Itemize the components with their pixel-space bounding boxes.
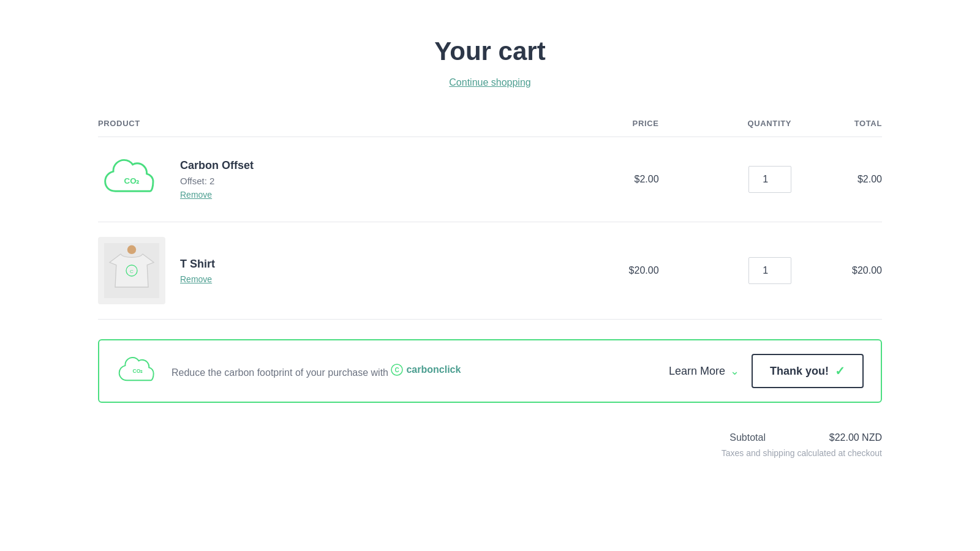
subtotal-section: Subtotal $22.00 NZD Taxes and shipping c… [98, 432, 882, 458]
learn-more-button[interactable]: Learn More ⌄ [669, 364, 739, 378]
col-header-price: PRICE [568, 119, 659, 137]
tshirt-total: $20.00 [791, 222, 882, 320]
cart-table: PRODUCT PRICE QUANTITY TOTAL CO₂ [98, 119, 882, 320]
col-header-quantity: QUANTITY [659, 119, 792, 137]
subtotal-label: Subtotal [729, 432, 766, 443]
checkmark-icon: ✓ [835, 364, 845, 378]
subtotal-value: $22.00 NZD [802, 432, 882, 443]
page-title: Your cart [98, 37, 882, 66]
tshirt-price: $20.00 [568, 222, 659, 320]
svg-point-4 [127, 246, 136, 254]
tshirt-remove[interactable]: Remove [180, 274, 212, 284]
banner-description: Reduce the carbon footprint of your purc… [172, 362, 657, 380]
svg-text:C: C [395, 367, 399, 373]
carbon-offset-quantity-cell [659, 137, 792, 222]
cart-row-carbon-offset: CO₂ Carbon Offset Offset: 2 Remove $2.00 [98, 137, 882, 222]
carbon-offset-price: $2.00 [568, 137, 659, 222]
learn-more-label: Learn More [669, 365, 725, 378]
continue-shopping-link[interactable]: Continue shopping [98, 77, 882, 88]
carbon-offset-quantity-input[interactable] [748, 166, 791, 193]
carbon-offset-name: Carbon Offset [180, 159, 254, 172]
svg-text:CO₂: CO₂ [124, 176, 140, 186]
tshirt-name: T Shirt [180, 258, 215, 271]
svg-text:C: C [130, 269, 134, 274]
carbon-offset-image: CO₂ [98, 152, 165, 207]
thank-you-button[interactable]: Thank you! ✓ [752, 354, 864, 388]
tshirt-quantity-input[interactable] [748, 257, 791, 284]
carbon-offset-remove[interactable]: Remove [180, 190, 212, 200]
carbon-offset-total: $2.00 [791, 137, 882, 222]
svg-text:CO₂: CO₂ [133, 367, 143, 373]
tshirt-image: C [98, 237, 165, 304]
col-header-product: PRODUCT [98, 119, 568, 137]
chevron-down-icon: ⌄ [730, 364, 739, 378]
carbon-offset-variant: Offset: 2 [180, 176, 254, 186]
col-header-total: TOTAL [791, 119, 882, 137]
thank-you-label: Thank you! [770, 365, 829, 378]
cart-row-tshirt: C T Shirt Remove $20.00 [98, 222, 882, 320]
tax-note: Taxes and shipping calculated at checkou… [98, 448, 882, 458]
carbonclick-brand-name: carbonclick [406, 362, 461, 377]
carbonclick-banner: CO₂ Reduce the carbon footprint of your … [98, 339, 882, 403]
tshirt-quantity-cell [659, 222, 792, 320]
